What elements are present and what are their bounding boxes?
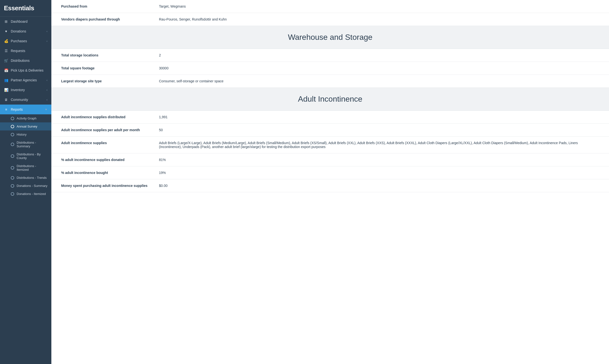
donations-icon: ♥: [4, 29, 8, 33]
sidebar-subitem-distributions-by-county[interactable]: Distributions - By County: [0, 150, 51, 162]
requests-icon: ☰: [4, 49, 8, 53]
chevron-icon-purchases: ‹: [46, 39, 47, 42]
warehouse-section-header: Warehouse and Storage: [51, 26, 609, 49]
row-value: $0.00: [159, 184, 599, 188]
top-row-0: Purchased fromTarget, Wegmans: [51, 0, 609, 13]
main-content: Purchased fromTarget, WegmansVendors dia…: [51, 0, 609, 364]
circle-icon-activity-graph: [11, 117, 14, 120]
adult-row-5: Money spent purchasing adult incontinenc…: [51, 179, 609, 192]
row-value: 30000: [159, 66, 599, 70]
row-value: Rau-Pouros, Senger, Runolfsdottir and Ku…: [159, 17, 599, 21]
row-value: Target, Wegmans: [159, 4, 599, 8]
sidebar-subitem-label-history: History: [17, 133, 27, 136]
row-value: 1,991: [159, 115, 599, 119]
top-row-1: Vendors diapers purchased throughRau-Pou…: [51, 13, 609, 26]
warehouse-row-2: Largest storage site typeConsumer, self-…: [51, 75, 609, 88]
dashboard-icon: ⊞: [4, 19, 8, 24]
inventory-icon: 📊: [4, 88, 8, 92]
sidebar-subitem-label-distributions-trends: Distributions - Trends: [17, 176, 47, 180]
sidebar-subitem-label-donations-itemized: Donations - Itemized: [17, 192, 46, 196]
row-label: Adult incontinence supplies distributed: [61, 115, 159, 119]
nav-container: ⊞Dashboard♥Donations‹💰Purchases‹☰Request…: [0, 17, 51, 198]
row-label: Purchased from: [61, 4, 159, 8]
chevron-icon-inventory: ‹: [46, 89, 47, 91]
sidebar-item-distributions[interactable]: 🛒Distributions: [0, 56, 51, 65]
row-label: Total storage locations: [61, 53, 159, 57]
adult-incontinence-section-header: Adult Incontinence: [51, 88, 609, 111]
sidebar-item-label-partner-agencies: Partner Agencies: [11, 78, 46, 82]
circle-icon-distributions-summary: [11, 143, 14, 146]
circle-icon-distributions-itemized: [11, 166, 14, 169]
sidebar-item-label-reports: Reports: [11, 107, 45, 111]
chevron-icon-donations: ‹: [46, 30, 47, 33]
sidebar-item-label-inventory: Inventory: [11, 88, 46, 92]
sidebar-subitem-history[interactable]: History: [0, 130, 51, 139]
row-label: Vendors diapers purchased through: [61, 17, 159, 21]
sidebar-item-purchases[interactable]: 💰Purchases‹: [0, 36, 51, 46]
sidebar-subitem-label-distributions-by-county: Distributions - By County: [17, 152, 47, 160]
sidebar-subitem-distributions-trends[interactable]: Distributions - Trends: [0, 174, 51, 182]
circle-icon-donations-itemized: [11, 192, 14, 196]
sidebar: Essentials ⊞Dashboard♥Donations‹💰Purchas…: [0, 0, 51, 364]
sidebar-item-dashboard[interactable]: ⊞Dashboard: [0, 17, 51, 26]
sidebar-item-reports[interactable]: ≡Reports▼: [0, 104, 51, 114]
sidebar-subitem-label-donations-summary: Donations - Summary: [17, 184, 47, 188]
community-icon: 🖥: [4, 97, 8, 102]
sidebar-item-requests[interactable]: ☰Requests: [0, 46, 51, 56]
sidebar-item-partner-agencies[interactable]: 👥Partner Agencies‹: [0, 75, 51, 85]
sidebar-item-donations[interactable]: ♥Donations‹: [0, 26, 51, 36]
sidebar-subitem-label-distributions-itemized: Distributions - Itemized: [17, 164, 47, 171]
sidebar-subitem-distributions-itemized[interactable]: Distributions - Itemized: [0, 162, 51, 174]
chevron-icon-reports: ▼: [45, 108, 47, 111]
sidebar-item-label-pickups: Pick Ups & Deliveries: [11, 68, 47, 72]
circle-icon-distributions-trends: [11, 176, 14, 180]
sidebar-subitem-label-distributions-summary: Distributions - Summary: [17, 141, 47, 148]
circle-icon-history: [11, 133, 14, 136]
distributions-icon: 🛒: [4, 58, 8, 63]
adult-row-4: % adult incontinence bought19%: [51, 166, 609, 179]
row-label: % adult incontinence bought: [61, 171, 159, 175]
chevron-icon-community: ‹: [46, 98, 47, 101]
sidebar-subitem-donations-itemized[interactable]: Donations - Itemized: [0, 190, 51, 198]
row-label: Money spent purchasing adult incontinenc…: [61, 184, 159, 188]
sidebar-item-inventory[interactable]: 📊Inventory‹: [0, 85, 51, 95]
sidebar-item-label-donations: Donations: [11, 29, 46, 33]
adult-row-3: % adult incontinence supplies donated81%: [51, 153, 609, 166]
sidebar-item-label-dashboard: Dashboard: [11, 20, 47, 24]
circle-icon-distributions-by-county: [11, 154, 14, 158]
top-rows: Purchased fromTarget, WegmansVendors dia…: [51, 0, 609, 26]
adult-row-2: Adult incontinence suppliesAdult Briefs …: [51, 137, 609, 153]
adult-row-1: Adult incontinence supplies per adult pe…: [51, 124, 609, 137]
row-value: 19%: [159, 171, 599, 175]
sidebar-item-label-community: Community: [11, 98, 46, 102]
circle-icon-annual-survey: [11, 125, 14, 128]
row-value: 50: [159, 128, 599, 132]
sidebar-subitem-activity-graph[interactable]: Activity Graph: [0, 114, 51, 122]
sidebar-item-label-purchases: Purchases: [11, 39, 46, 43]
sidebar-subitem-label-annual-survey: Annual Survey: [17, 125, 37, 128]
adult-row-0: Adult incontinence supplies distributed1…: [51, 111, 609, 124]
sidebar-item-community[interactable]: 🖥Community‹: [0, 95, 51, 104]
purchases-icon: 💰: [4, 39, 8, 43]
partner-agencies-icon: 👥: [4, 78, 8, 82]
circle-icon-donations-summary: [11, 184, 14, 188]
row-value: 2: [159, 53, 599, 57]
sidebar-item-label-distributions: Distributions: [11, 59, 47, 63]
row-value: 81%: [159, 158, 599, 162]
adult-incontinence-rows: Adult incontinence supplies distributed1…: [51, 111, 609, 192]
sidebar-subitem-label-activity-graph: Activity Graph: [17, 117, 36, 120]
sidebar-item-pickups[interactable]: 📅Pick Ups & Deliveries: [0, 65, 51, 75]
sidebar-subitem-donations-summary[interactable]: Donations - Summary: [0, 182, 51, 190]
row-label: Largest storage site type: [61, 79, 159, 83]
chevron-icon-partner-agencies: ‹: [46, 79, 47, 82]
row-label: Adult incontinence supplies per adult pe…: [61, 128, 159, 132]
row-value: Consumer, self-storage or container spac…: [159, 79, 599, 83]
pickups-icon: 📅: [4, 68, 8, 73]
app-logo: Essentials: [0, 0, 51, 17]
sidebar-subitem-distributions-summary[interactable]: Distributions - Summary: [0, 139, 51, 150]
row-label: Adult incontinence supplies: [61, 141, 159, 145]
warehouse-row-1: Total square footage30000: [51, 62, 609, 75]
warehouse-row-0: Total storage locations2: [51, 49, 609, 62]
sidebar-subitem-annual-survey[interactable]: Annual Survey: [0, 122, 51, 130]
sidebar-item-label-requests: Requests: [11, 49, 47, 53]
